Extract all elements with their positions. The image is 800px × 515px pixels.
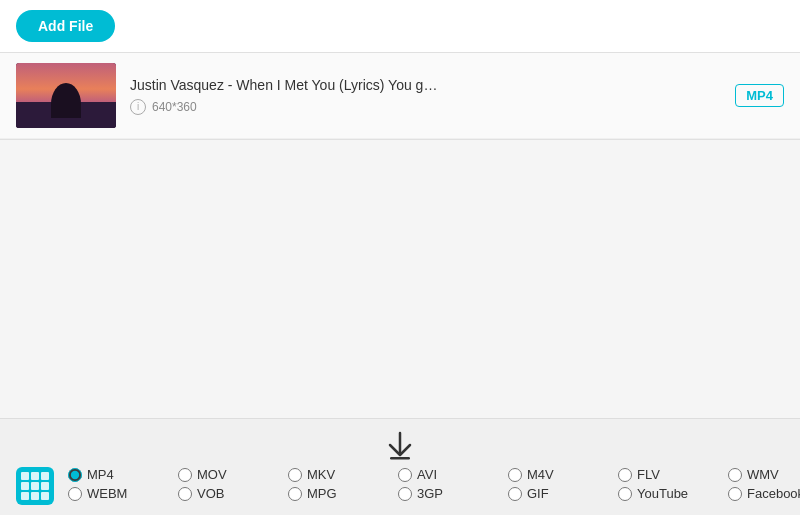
format-label-mov: MOV — [197, 467, 227, 482]
format-option-mkv[interactable]: MKV — [288, 467, 398, 482]
format-label-mpg: MPG — [307, 486, 337, 501]
format-option-m4v[interactable]: M4V — [508, 467, 618, 482]
format-label-flv: FLV — [637, 467, 660, 482]
bottom-panel: MP4 MOV MKV AVI M4V — [0, 418, 800, 515]
format-label-wmv: WMV — [747, 467, 779, 482]
format-radio-vob[interactable] — [178, 487, 192, 501]
format-label-vob: VOB — [197, 486, 224, 501]
format-radio-avi[interactable] — [398, 468, 412, 482]
file-title: Justin Vasquez - When I Met You (Lyrics)… — [130, 77, 630, 93]
file-info: Justin Vasquez - When I Met You (Lyrics)… — [116, 77, 735, 115]
file-list: Justin Vasquez - When I Met You (Lyrics)… — [0, 53, 800, 140]
thumbnail-image — [16, 63, 116, 128]
format-option-mpg[interactable]: MPG — [288, 486, 398, 501]
format-option-mov[interactable]: MOV — [178, 467, 288, 482]
format-label-facebook: Facebook — [747, 486, 800, 501]
format-label-youtube: YouTube — [637, 486, 688, 501]
format-row-1: MP4 MOV MKV AVI M4V — [68, 467, 800, 482]
format-option-mp4[interactable]: MP4 — [68, 467, 178, 482]
add-file-button[interactable]: Add File — [16, 10, 115, 42]
grid-cell — [21, 492, 29, 500]
grid-cell — [21, 482, 29, 490]
format-radio-3gp[interactable] — [398, 487, 412, 501]
format-radio-gif[interactable] — [508, 487, 522, 501]
grid-icon[interactable] — [16, 467, 54, 505]
grid-cell — [21, 472, 29, 480]
format-label-gif: GIF — [527, 486, 549, 501]
format-radio-mov[interactable] — [178, 468, 192, 482]
grid-cell — [31, 472, 39, 480]
format-radio-m4v[interactable] — [508, 468, 522, 482]
format-option-avi[interactable]: AVI — [398, 467, 508, 482]
format-radio-mp4[interactable] — [68, 468, 82, 482]
file-resolution: 640*360 — [152, 100, 197, 114]
format-radio-mpg[interactable] — [288, 487, 302, 501]
format-row-2: WEBM VOB MPG 3GP GIF — [68, 486, 800, 501]
format-option-youtube[interactable]: YouTube — [618, 486, 728, 501]
content-area — [0, 140, 800, 375]
format-label-3gp: 3GP — [417, 486, 443, 501]
format-label-webm: WEBM — [87, 486, 127, 501]
format-label-m4v: M4V — [527, 467, 554, 482]
thumbnail-silhouette — [51, 83, 81, 118]
format-option-vob[interactable]: VOB — [178, 486, 288, 501]
format-radio-flv[interactable] — [618, 468, 632, 482]
format-radio-wmv[interactable] — [728, 468, 742, 482]
grid-cell — [41, 492, 49, 500]
format-option-facebook[interactable]: Facebook — [728, 486, 800, 501]
format-label-mkv: MKV — [307, 467, 335, 482]
top-bar: Add File — [0, 0, 800, 53]
format-option-gif[interactable]: GIF — [508, 486, 618, 501]
file-meta: i 640*360 — [130, 99, 721, 115]
grid-cell — [41, 482, 49, 490]
file-item: Justin Vasquez - When I Met You (Lyrics)… — [0, 53, 800, 139]
download-arrow-icon — [382, 427, 418, 463]
file-format-badge[interactable]: MP4 — [735, 84, 784, 107]
format-label-avi: AVI — [417, 467, 437, 482]
svg-rect-0 — [390, 457, 410, 460]
grid-cell — [41, 472, 49, 480]
format-option-webm[interactable]: WEBM — [68, 486, 178, 501]
grid-cell — [31, 482, 39, 490]
format-radio-mkv[interactable] — [288, 468, 302, 482]
format-option-3gp[interactable]: 3GP — [398, 486, 508, 501]
format-options: MP4 MOV MKV AVI M4V — [68, 467, 800, 505]
format-label-mp4: MP4 — [87, 467, 114, 482]
download-arrow-row — [0, 419, 800, 467]
format-radio-youtube[interactable] — [618, 487, 632, 501]
format-radio-facebook[interactable] — [728, 487, 742, 501]
format-option-wmv[interactable]: WMV — [728, 467, 800, 482]
grid-cell — [31, 492, 39, 500]
file-thumbnail — [16, 63, 116, 128]
info-icon: i — [130, 99, 146, 115]
format-option-flv[interactable]: FLV — [618, 467, 728, 482]
format-radio-webm[interactable] — [68, 487, 82, 501]
